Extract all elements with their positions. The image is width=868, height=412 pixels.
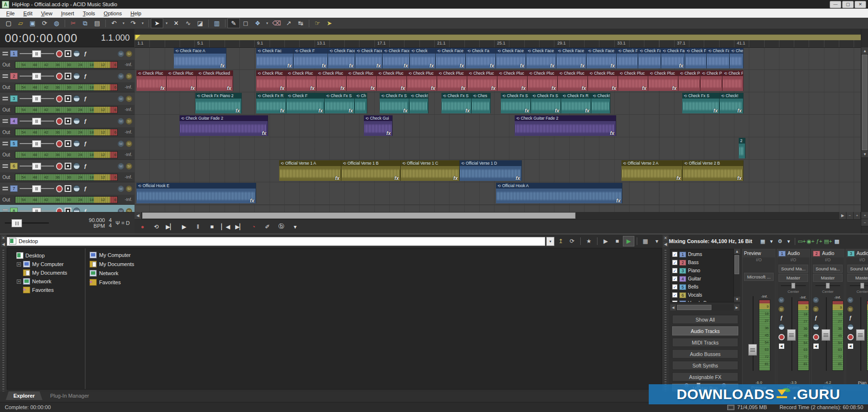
address-combo[interactable]: Desktop bbox=[7, 237, 545, 246]
scroll-down-icon[interactable]: ▼ bbox=[861, 151, 868, 158]
solo-button[interactable]: S! bbox=[126, 208, 132, 212]
clip-fx-icon[interactable]: fx bbox=[552, 86, 556, 91]
audio-clip[interactable]: ⟲Ches bbox=[472, 93, 491, 113]
clip-fx-icon[interactable]: fx bbox=[679, 63, 683, 68]
audio-clip[interactable]: ⟲Check Face Afx bbox=[174, 48, 226, 68]
clip-fx-icon[interactable]: fx bbox=[676, 176, 681, 181]
audio-clip[interactable]: ⟲Check Pluckedfx bbox=[197, 70, 233, 91]
clip-fx-icon[interactable]: fx bbox=[713, 108, 718, 113]
pause-button[interactable]: ‖ bbox=[192, 221, 204, 232]
metronome-button[interactable]: ◔ bbox=[248, 221, 259, 232]
clip-fx-icon[interactable]: fx bbox=[376, 63, 381, 68]
track-volume-slider[interactable] bbox=[20, 50, 54, 57]
fader-thumb[interactable] bbox=[787, 329, 796, 341]
mixer-view-icon[interactable]: ▥ bbox=[211, 19, 223, 28]
audio-clip[interactable]: ⟲Check Fa bbox=[685, 48, 707, 68]
new-file-icon[interactable]: ▢ bbox=[3, 19, 14, 28]
track-fx-button[interactable]: ƒ bbox=[82, 163, 89, 169]
mute-button[interactable]: M bbox=[118, 96, 124, 102]
checkbox-icon[interactable]: ✓ bbox=[672, 260, 677, 265]
audio-clip[interactable]: ⟲Check! bbox=[409, 93, 428, 113]
play-button[interactable]: ▶ bbox=[178, 221, 190, 232]
track-properties-button[interactable] bbox=[65, 50, 71, 57]
track-fx-button[interactable]: ƒ bbox=[82, 185, 89, 192]
output-device-button[interactable]: Sound Ma... bbox=[778, 265, 808, 273]
vertical-scroll-thumb[interactable] bbox=[862, 55, 868, 150]
menu-file[interactable]: File bbox=[2, 10, 19, 17]
pan-control[interactable]: Center bbox=[846, 282, 868, 294]
tree-item-network[interactable]: +Network bbox=[10, 277, 85, 286]
audio-clip[interactable]: ⟲Check Ffx bbox=[293, 48, 328, 68]
master-send-button[interactable]: Master bbox=[778, 274, 808, 282]
track-fx-button[interactable]: ƒ bbox=[849, 315, 852, 321]
filter-midi-tracks[interactable]: MIDI Tracks bbox=[672, 338, 738, 347]
output-device-button[interactable]: Sound Ma... bbox=[847, 265, 868, 273]
audio-clip[interactable]: 2 bbox=[739, 138, 745, 158]
track-volume-slider[interactable] bbox=[20, 73, 54, 79]
clip-fx-icon[interactable]: fx bbox=[280, 86, 284, 91]
track-fx-button[interactable]: ƒ bbox=[780, 315, 783, 321]
volume-fader[interactable] bbox=[787, 295, 796, 380]
clip-fx-icon[interactable]: fx bbox=[585, 108, 589, 113]
audio-clip[interactable]: ⟲Check! bbox=[591, 93, 610, 113]
phase-button[interactable] bbox=[73, 140, 80, 147]
paint-tool-icon[interactable]: ❖ bbox=[252, 19, 263, 28]
audio-clip[interactable]: ⟲Official Verse 1 Cfx bbox=[401, 160, 460, 181]
mute-button[interactable]: M bbox=[118, 141, 124, 147]
render-icon[interactable]: ⟳ bbox=[39, 19, 50, 28]
audio-clip[interactable]: ⟲Check Fx Sfx bbox=[501, 93, 531, 113]
track-fx-button[interactable]: ƒ bbox=[82, 95, 89, 102]
audio-clip[interactable]: ⟲Check Fx Sfx bbox=[531, 93, 561, 113]
views-icon[interactable]: ▦ bbox=[640, 236, 651, 246]
track-properties-button[interactable] bbox=[65, 95, 71, 102]
add-favorite-icon[interactable]: ★ bbox=[584, 236, 594, 246]
record-arm-button[interactable] bbox=[56, 95, 63, 102]
collapse-panel-icon[interactable]: ◀ bbox=[663, 242, 668, 247]
track-lane[interactable]: ⟲Official Hook Efx⟲Official Hook Afx bbox=[135, 182, 861, 205]
track-fx-button[interactable]: ƒ bbox=[82, 50, 89, 57]
console-track-row[interactable]: ✓4Guitar bbox=[671, 275, 733, 283]
collapse-panel-icon[interactable]: ◀ bbox=[1, 242, 6, 247]
audio-clip[interactable]: ⟲Check Facfx bbox=[661, 48, 685, 68]
track-list-scrollbar[interactable]: ▲ ▼ bbox=[734, 249, 740, 302]
clip-fx-icon[interactable]: fx bbox=[287, 63, 292, 68]
track-volume-slider[interactable] bbox=[20, 118, 54, 124]
scroll-right-icon[interactable]: ▶ bbox=[839, 212, 846, 219]
track-fx-button[interactable]: ƒ bbox=[82, 118, 89, 124]
solo-button[interactable]: S! bbox=[126, 141, 132, 147]
copy-icon[interactable]: ⧉ bbox=[79, 19, 91, 28]
track-lane[interactable]: ⟲Check Guitar Fade 2fx⟲Check Guifx⟲Check… bbox=[135, 115, 861, 137]
audio-clip[interactable]: ⟲Check Facefx bbox=[586, 48, 617, 68]
open-folder-icon[interactable]: ▱ bbox=[15, 19, 26, 28]
console-track-row[interactable]: ✓3Piano bbox=[671, 267, 733, 275]
cut-icon[interactable]: ✂ bbox=[68, 19, 79, 28]
eraser-tool-icon[interactable]: ⌫ bbox=[271, 19, 282, 28]
panel-drag-handle[interactable] bbox=[665, 250, 666, 392]
console-track-row[interactable]: ✓7Vocals B bbox=[671, 299, 733, 302]
save-icon[interactable]: ▣ bbox=[27, 19, 38, 28]
menu-tools[interactable]: Tools bbox=[79, 10, 100, 17]
track-properties-button[interactable] bbox=[65, 185, 71, 192]
phase-button[interactable] bbox=[73, 163, 80, 169]
audio-clip[interactable]: ⟲Check F bbox=[617, 48, 638, 68]
marker-pen-button[interactable]: ✐ bbox=[261, 221, 273, 232]
redo-icon[interactable]: ↷ bbox=[127, 19, 139, 28]
tree-item-my-documents[interactable]: My Documents bbox=[10, 268, 85, 277]
help-pointer-icon[interactable]: ➤ bbox=[324, 19, 335, 28]
audio-clip[interactable]: ⟲Check Facefx bbox=[436, 48, 466, 68]
record-arm-button[interactable] bbox=[56, 50, 63, 57]
clip-fx-icon[interactable]: fx bbox=[349, 63, 353, 68]
track-fx-button[interactable]: ƒ bbox=[82, 140, 89, 147]
audio-clip[interactable]: ⟲Check Guitar Fade 2fx bbox=[515, 115, 616, 136]
console-track-row[interactable]: ✓5Bells bbox=[671, 283, 733, 291]
stop-button[interactable]: ■ bbox=[206, 221, 218, 232]
clip-fx-icon[interactable]: fx bbox=[236, 108, 240, 113]
track-lane[interactable]: ⟲Check Fx Piano 2fx⟲Check Fx Rfx⟲Check F… bbox=[135, 92, 861, 115]
clip-fx-icon[interactable]: fx bbox=[465, 108, 470, 113]
clip-fx-icon[interactable]: fx bbox=[349, 108, 353, 113]
fader-thumb[interactable] bbox=[856, 329, 865, 341]
audio-clip[interactable]: ⟲Check Plucfx bbox=[167, 70, 197, 91]
close-panel-icon[interactable]: ✕ bbox=[1, 235, 6, 241]
clip-fx-icon[interactable]: fx bbox=[429, 63, 434, 68]
audio-clip[interactable]: ⟲Check Plucfx bbox=[136, 70, 167, 91]
